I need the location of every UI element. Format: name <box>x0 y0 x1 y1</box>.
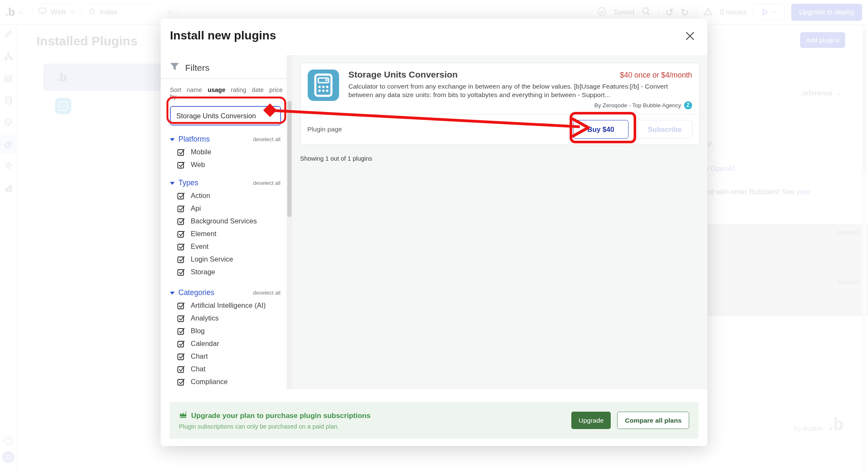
platform-selector[interactable]: Web <box>33 4 80 21</box>
results-count: Showing 1 out of 1 plugins <box>300 155 700 162</box>
your-link[interactable]: your <box>797 188 811 196</box>
divider <box>696 7 696 18</box>
checkbox-checked-icon <box>177 242 185 251</box>
text-fragment: p. <box>708 139 714 148</box>
plugin-search-input[interactable] <box>170 106 281 125</box>
filter-section-types: Types deselect all Action Api Background… <box>170 178 281 276</box>
add-plugins-button[interactable]: Add plugins <box>800 32 845 48</box>
text-fragment: e OpenAI. <box>704 164 737 173</box>
bubble-editor: .b Web index <box>0 0 868 471</box>
svg-text:O: O <box>6 454 11 460</box>
emoji-plugin-icon <box>55 98 71 114</box>
expand-link[interactable]: expand <box>838 278 859 285</box>
filter-checkbox-chart[interactable]: Chart <box>170 352 281 361</box>
filter-checkbox-blog[interactable]: Blog <box>170 326 281 335</box>
filter-checkbox-action[interactable]: Action <box>170 191 281 200</box>
page-title: Installed Plugins <box>36 34 137 48</box>
filter-checkbox-background-services[interactable]: Background Services <box>170 217 281 226</box>
chevron-down-icon[interactable] <box>18 8 23 16</box>
filter-checkbox-calendar[interactable]: Calendar <box>170 339 281 348</box>
page-scrollbar[interactable] <box>862 25 866 471</box>
chevron-down-icon <box>771 11 776 14</box>
sort-option-rating[interactable]: rating <box>231 86 246 93</box>
left-sidebar: ? O <box>0 25 17 471</box>
filter-checkbox-login-service[interactable]: Login Service <box>170 255 281 264</box>
checkbox-checked-icon <box>177 230 185 238</box>
filter-checkbox-event[interactable]: Event <box>170 242 281 251</box>
filter-checkbox-web[interactable]: Web <box>170 160 281 169</box>
expand-link[interactable]: expand <box>838 228 859 235</box>
page-selector[interactable]: index <box>83 4 178 21</box>
section-title[interactable]: Categories <box>178 288 214 297</box>
filter-checkbox-analytics[interactable]: Analytics <box>170 314 281 323</box>
compare-all-plans-button[interactable]: Compare all plans <box>617 412 689 429</box>
undo-icon[interactable]: ↺ <box>665 7 674 17</box>
workflow-icon[interactable] <box>4 52 13 63</box>
disclosure-triangle-icon[interactable] <box>170 181 175 185</box>
section-title[interactable]: Types <box>178 178 198 187</box>
filter-checkbox-api[interactable]: Api <box>170 204 281 213</box>
checkbox-checked-icon <box>177 365 185 373</box>
deselect-all-link[interactable]: deselect all <box>253 288 281 297</box>
disclosure-triangle-icon[interactable] <box>170 137 175 142</box>
styles-palette-icon[interactable] <box>4 117 13 128</box>
checkbox-checked-icon <box>177 301 185 309</box>
openai-link[interactable]: OpenAI. <box>710 164 737 173</box>
deselect-all-link[interactable]: deselect all <box>253 135 281 144</box>
deselect-all-link[interactable]: deselect all <box>253 178 281 187</box>
filter-checkbox-chat[interactable]: Chat <box>170 365 281 373</box>
settings-gear-icon[interactable] <box>4 161 13 172</box>
subscribe-button: Subscribe <box>637 120 693 139</box>
checkbox-checked-icon <box>177 314 185 322</box>
plugins-icon[interactable] <box>0 135 17 154</box>
banner-title: Upgrade your plan to purchase plugin sub… <box>191 412 370 420</box>
close-icon[interactable] <box>684 30 696 42</box>
design-pencil-icon[interactable] <box>4 29 13 40</box>
section-title[interactable]: Platforms <box>178 135 210 144</box>
filters-panel: Filters Sort by name usage rating date p… <box>161 55 287 389</box>
plugin-results-pane: Storage Units Conversion $40 once or $4/… <box>292 55 707 389</box>
divider <box>658 7 659 18</box>
filter-checkbox-compliance[interactable]: Compliance <box>170 377 281 386</box>
funnel-icon <box>170 62 179 73</box>
sort-option-usage[interactable]: usage <box>208 86 225 93</box>
sort-option-name[interactable]: name <box>187 86 202 93</box>
filter-checkbox-storage[interactable]: Storage <box>170 268 281 276</box>
plugin-price: $40 once or $4/month <box>620 71 692 80</box>
issues-counter[interactable]: 0 issues <box>720 8 746 17</box>
filter-checkbox-element[interactable]: Element <box>170 229 281 238</box>
filters-heading: Filters <box>170 62 281 73</box>
database-icon[interactable] <box>4 96 13 107</box>
filters-scrollbar[interactable] <box>287 55 292 389</box>
sort-option-date[interactable]: date <box>252 86 264 93</box>
preview-button[interactable] <box>753 4 785 21</box>
filter-section-categories: Categories deselect all Artificial Intel… <box>170 288 281 389</box>
help-icon[interactable]: ? <box>3 435 14 447</box>
sort-label: Sort by <box>170 86 181 100</box>
disclosure-triangle-icon[interactable] <box>170 291 175 295</box>
checkbox-checked-icon <box>177 327 185 335</box>
reference-link[interactable]: reference → <box>802 89 842 98</box>
search-icon[interactable] <box>641 6 651 18</box>
filter-checkbox-artificial-intelligence[interactable]: Artificial Intelligence (AI) <box>170 301 281 310</box>
play-icon <box>762 9 768 16</box>
modal-title: Install new plugins <box>170 29 276 42</box>
upgrade-to-deploy-button[interactable]: Upgrade to deploy <box>791 4 862 21</box>
redo-icon[interactable]: ↻ <box>681 7 689 17</box>
svg-text:?: ? <box>7 438 10 443</box>
home-icon <box>88 7 96 17</box>
monitor-icon <box>38 7 47 17</box>
sort-option-price[interactable]: price <box>269 86 282 93</box>
sort-bar: Sort by name usage rating date price <box>170 86 281 100</box>
warning-icon <box>703 7 713 18</box>
filter-checkbox-mobile[interactable]: Mobile <box>170 148 281 156</box>
avatar[interactable]: O <box>3 451 14 465</box>
plugin-page-link[interactable]: Plugin page <box>307 125 342 133</box>
bubble-logo[interactable]: .b <box>5 6 15 19</box>
plugin-card-footer: Plugin page Buy $40 Subscribe <box>300 114 699 145</box>
by-bubble-label: By Bubble <box>794 425 823 432</box>
upgrade-button[interactable]: Upgrade <box>571 412 611 429</box>
buy-button[interactable]: Buy $40 <box>573 120 629 139</box>
logs-chart-icon[interactable] <box>4 183 13 194</box>
components-icon[interactable] <box>4 74 13 85</box>
